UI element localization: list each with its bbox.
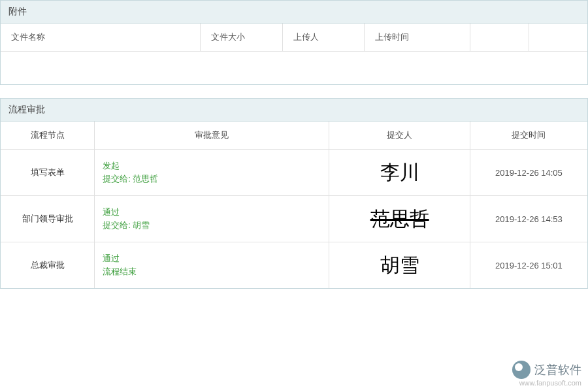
cell-opinion: 发起 提交给: 范思哲 <box>95 150 329 196</box>
cell-opinion: 通过 流程结束 <box>95 242 329 289</box>
col-op2 <box>529 24 587 52</box>
brand-logo-icon <box>512 361 531 379</box>
forward-line: 提交给: 范思哲 <box>103 173 321 185</box>
approval-header: 流程审批 <box>1 99 587 122</box>
attachments-header: 附件 <box>1 1 587 24</box>
signature: 李川 <box>380 163 419 182</box>
attachments-section: 附件 文件名称 文件大小 上传人 上传时间 <box>0 0 588 85</box>
col-node: 流程节点 <box>1 122 95 150</box>
col-filename: 文件名称 <box>1 24 200 52</box>
col-filesize: 文件大小 <box>200 24 282 52</box>
col-uploadtime: 上传时间 <box>365 24 470 52</box>
cell-time: 2019-12-26 15:01 <box>470 242 587 289</box>
cell-node: 部门领导审批 <box>1 196 95 242</box>
action-label: 通过 <box>103 253 321 265</box>
col-uploader: 上传人 <box>282 24 365 52</box>
attachments-table: 文件名称 文件大小 上传人 上传时间 <box>1 24 587 52</box>
action-label: 通过 <box>103 206 321 218</box>
cell-submitter: 李川 <box>329 150 470 196</box>
attachments-header-row: 文件名称 文件大小 上传人 上传时间 <box>1 24 587 52</box>
table-row: 填写表单 发起 提交给: 范思哲 李川 2019-12-26 14:05 <box>1 150 587 196</box>
forward-label: 流程结束 <box>103 267 137 276</box>
cell-time: 2019-12-26 14:05 <box>470 150 587 196</box>
approval-section: 流程审批 流程节点 审批意见 提交人 提交时间 填写表单 发起 提交给: 范思哲 <box>0 98 588 289</box>
forward-label: 提交给: <box>103 174 131 184</box>
watermark-brand: 泛普软件 <box>534 362 581 378</box>
watermark-brand-row: 泛普软件 <box>512 361 581 379</box>
table-row: 部门领导审批 通过 提交给: 胡雪 范思哲 2019-12-26 14:53 <box>1 196 587 242</box>
cell-submitter: 范思哲 <box>329 196 470 242</box>
forward-line: 提交给: 胡雪 <box>103 220 321 231</box>
cell-submitter: 胡雪 <box>329 242 470 289</box>
table-row: 总裁审批 通过 流程结束 胡雪 2019-12-26 15:01 <box>1 242 587 289</box>
approval-table: 流程节点 审批意见 提交人 提交时间 填写表单 发起 提交给: 范思哲 李川 <box>1 122 587 288</box>
forward-label: 提交给: <box>103 220 131 230</box>
cell-time: 2019-12-26 14:53 <box>470 196 587 242</box>
cell-node: 填写表单 <box>1 150 95 196</box>
watermark: 泛普软件 www.fanpusoft.com <box>512 361 581 387</box>
signature: 范思哲 <box>370 209 429 229</box>
col-opinion: 审批意见 <box>95 122 329 150</box>
col-op1 <box>470 24 529 52</box>
attachments-body-empty <box>1 52 587 84</box>
cell-opinion: 通过 提交给: 胡雪 <box>95 196 329 242</box>
forward-to: 胡雪 <box>133 220 150 230</box>
approval-header-row: 流程节点 审批意见 提交人 提交时间 <box>1 122 587 150</box>
action-label: 发起 <box>103 160 321 172</box>
forward-line: 流程结束 <box>103 266 321 278</box>
col-time: 提交时间 <box>470 122 587 150</box>
signature: 胡雪 <box>380 255 419 275</box>
forward-to: 范思哲 <box>133 174 158 184</box>
col-submitter: 提交人 <box>329 122 470 150</box>
cell-node: 总裁审批 <box>1 242 95 289</box>
watermark-url: www.fanpusoft.com <box>512 379 581 387</box>
